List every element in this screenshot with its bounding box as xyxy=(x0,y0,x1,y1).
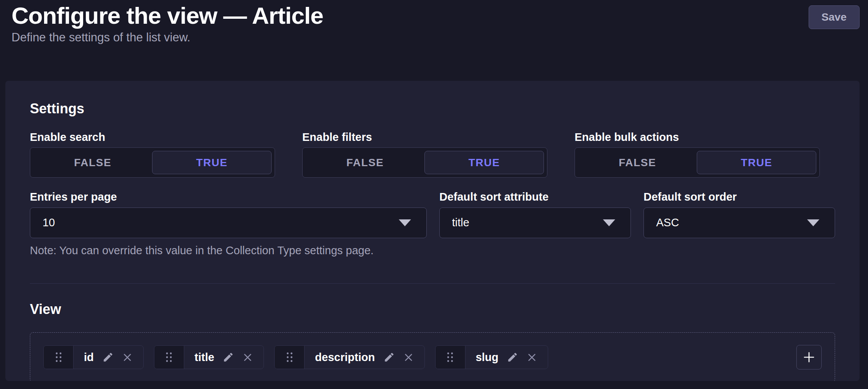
remove-field-button[interactable] xyxy=(527,352,537,363)
selects-row: Entries per page 10 Note: You can overri… xyxy=(30,191,835,268)
drag-handle[interactable] xyxy=(44,346,74,369)
add-field-button[interactable] xyxy=(796,345,822,369)
toggle-label: Enable filters xyxy=(302,131,547,144)
select-label: Entries per page xyxy=(30,191,427,203)
pencil-icon xyxy=(223,351,234,363)
toggle-option-true[interactable]: TRUE xyxy=(697,151,816,174)
remove-field-button[interactable] xyxy=(242,352,253,363)
select-value: 10 xyxy=(43,216,55,229)
caret-down-icon xyxy=(603,219,615,226)
select-default-sort-order[interactable]: ASC xyxy=(644,208,835,238)
field-chip-label: slug xyxy=(476,351,499,364)
edit-field-button[interactable] xyxy=(383,351,395,363)
field-chip-label: description xyxy=(315,351,375,364)
close-icon xyxy=(403,352,414,363)
drag-handle-icon xyxy=(285,351,295,363)
toggle-option-true[interactable]: TRUE xyxy=(424,151,544,174)
section-divider xyxy=(30,283,835,284)
close-icon xyxy=(122,352,133,363)
toggle-label: Enable bulk actions xyxy=(575,131,820,144)
field-list: id xyxy=(30,332,835,381)
toggle-enable-bulk-actions: FALSE TRUE xyxy=(575,147,820,178)
toggle-group-enable-filters: Enable filters FALSE TRUE xyxy=(302,131,547,178)
close-icon xyxy=(242,352,253,363)
field-chip-label: id xyxy=(84,351,94,364)
remove-field-button[interactable] xyxy=(403,352,414,363)
field-chip[interactable]: id xyxy=(43,345,144,369)
toggle-enable-filters: FALSE TRUE xyxy=(302,147,547,178)
page-title: Configure the view — Article xyxy=(11,2,860,29)
edit-field-button[interactable] xyxy=(223,351,234,363)
field-chip-label: title xyxy=(195,351,215,364)
page-header: Configure the view — Article Define the … xyxy=(0,0,868,44)
toggle-group-enable-search: Enable search FALSE TRUE xyxy=(30,131,275,178)
view-heading: View xyxy=(30,301,835,317)
toggle-enable-search: FALSE TRUE xyxy=(30,147,275,178)
drag-handle-icon xyxy=(54,351,64,363)
select-entries-per-page[interactable]: 10 xyxy=(30,208,427,238)
drag-handle-icon xyxy=(445,351,455,363)
select-label: Default sort order xyxy=(644,191,835,203)
select-value: title xyxy=(452,216,469,229)
page-subtitle: Define the settings of the list view. xyxy=(11,31,860,44)
toggle-option-false[interactable]: FALSE xyxy=(33,151,152,174)
close-icon xyxy=(527,352,537,363)
toggle-group-enable-bulk-actions: Enable bulk actions FALSE TRUE xyxy=(575,131,820,178)
remove-field-button[interactable] xyxy=(122,352,133,363)
edit-field-button[interactable] xyxy=(507,351,518,363)
settings-heading: Settings xyxy=(30,101,835,116)
field-chip[interactable]: slug xyxy=(435,345,549,369)
pencil-icon xyxy=(383,351,395,363)
drag-handle[interactable] xyxy=(436,346,465,369)
edit-field-button[interactable] xyxy=(102,351,114,363)
caret-down-icon xyxy=(807,219,819,226)
entries-note: Note: You can override this value in the… xyxy=(30,244,427,257)
settings-card: Settings Enable search FALSE TRUE Enable… xyxy=(5,81,860,381)
caret-down-icon xyxy=(399,219,411,226)
toggles-row: Enable search FALSE TRUE Enable filters … xyxy=(30,131,835,178)
select-group-entries-per-page: Entries per page 10 Note: You can overri… xyxy=(30,191,427,268)
drag-handle-icon xyxy=(164,351,174,363)
save-button[interactable]: Save xyxy=(809,5,860,29)
drag-handle[interactable] xyxy=(275,346,305,369)
select-group-default-sort-attribute: Default sort attribute title xyxy=(439,191,631,268)
select-value: ASC xyxy=(656,216,679,229)
field-chip[interactable]: title xyxy=(154,345,264,369)
toggle-option-false[interactable]: FALSE xyxy=(306,151,424,174)
select-group-default-sort-order: Default sort order ASC xyxy=(644,191,835,268)
pencil-icon xyxy=(102,351,114,363)
toggle-option-false[interactable]: FALSE xyxy=(578,151,697,174)
toggle-label: Enable search xyxy=(30,131,275,144)
field-chip[interactable]: description xyxy=(274,345,424,369)
select-default-sort-attribute[interactable]: title xyxy=(439,208,631,238)
toggle-option-true[interactable]: TRUE xyxy=(152,151,272,174)
plus-icon xyxy=(802,350,816,364)
pencil-icon xyxy=(507,351,518,363)
drag-handle[interactable] xyxy=(154,346,184,369)
select-label: Default sort attribute xyxy=(439,191,631,203)
